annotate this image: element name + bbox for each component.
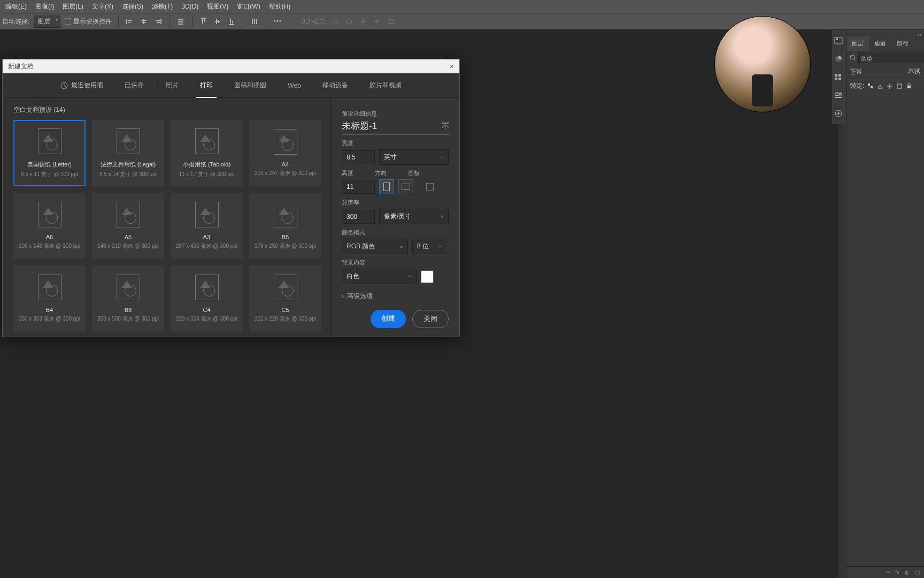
svg-rect-8 xyxy=(157,22,160,23)
tab-recent[interactable]: 最近使用项 xyxy=(50,73,114,98)
lock-position-icon[interactable] xyxy=(887,83,893,89)
align-right-icon[interactable] xyxy=(153,17,163,26)
layer-filter-input[interactable] xyxy=(858,54,924,63)
document-icon xyxy=(195,202,219,227)
dock-libraries-icon[interactable] xyxy=(834,109,844,118)
tab-film[interactable]: 胶片和视频 xyxy=(359,73,412,98)
preset-card[interactable]: B5176 x 250 毫米 @ 300 ppi xyxy=(249,193,321,259)
close-button[interactable]: 关闭 xyxy=(412,310,449,328)
distribute-icon[interactable] xyxy=(250,17,259,26)
menu-layer[interactable]: 图层(L) xyxy=(58,2,88,11)
tab-mobile[interactable]: 移动设备 xyxy=(312,73,359,98)
tab-print[interactable]: 打印 xyxy=(189,73,224,98)
preset-card[interactable]: 美国信纸 (Letter)8.5 x 11 英寸 @ 300 ppi xyxy=(13,120,86,186)
dock-adjustments-icon[interactable] xyxy=(834,91,844,100)
background-swatch[interactable] xyxy=(421,270,434,283)
tab-channels[interactable]: 通道 xyxy=(869,36,891,51)
color-mode-dropdown[interactable]: RGB 颜色⌵ xyxy=(342,239,408,254)
svg-rect-0 xyxy=(126,19,127,24)
layer-mask-icon[interactable]: ◐ xyxy=(905,569,910,575)
menu-select[interactable]: 选择(S) xyxy=(118,2,148,11)
menu-window[interactable]: 窗口(W) xyxy=(233,2,264,11)
bit-depth-dropdown[interactable]: 8 位 xyxy=(412,239,445,254)
tab-saved[interactable]: 已保存 xyxy=(114,73,155,98)
preset-card[interactable]: A5148 x 210 毫米 @ 300 ppi xyxy=(92,193,164,259)
unit-dropdown[interactable]: 英寸 xyxy=(379,149,449,165)
svg-rect-18 xyxy=(229,24,234,25)
menu-view[interactable]: 视图(V) xyxy=(203,2,233,11)
align-left-icon[interactable] xyxy=(125,17,135,26)
save-preset-icon[interactable] xyxy=(441,123,450,130)
new-group-icon[interactable]: ▢ xyxy=(915,569,920,575)
advanced-options-toggle[interactable]: 高级选项 xyxy=(342,292,450,301)
dock-color-icon[interactable] xyxy=(834,55,844,63)
show-transform-checkbox[interactable] xyxy=(65,18,71,25)
layer-style-icon[interactable]: fx xyxy=(895,569,899,575)
orientation-portrait-button[interactable] xyxy=(379,179,394,194)
search-icon[interactable] xyxy=(850,55,856,62)
align-bottom-icon[interactable] xyxy=(227,17,236,26)
svg-rect-46 xyxy=(897,84,902,88)
menu-help[interactable]: 帮助(H) xyxy=(265,2,295,11)
blend-mode-dropdown[interactable]: 正常 xyxy=(850,67,906,77)
align-vcenter-icon[interactable] xyxy=(213,17,222,26)
artboards-checkbox[interactable] xyxy=(426,183,434,191)
menu-edit[interactable]: 编辑(E) xyxy=(1,2,31,11)
svg-rect-5 xyxy=(142,22,145,23)
slide-3d-icon xyxy=(372,17,382,26)
svg-rect-28 xyxy=(836,39,838,40)
zoom-3d-icon xyxy=(386,17,396,26)
link-layers-icon[interactable]: ⚯ xyxy=(886,569,890,575)
preset-card[interactable]: C4229 x 324 毫米 @ 300 ppi xyxy=(171,265,243,332)
menu-image[interactable]: 图像(I) xyxy=(31,2,58,11)
tab-web[interactable]: Web xyxy=(277,73,311,98)
document-icon xyxy=(274,202,297,227)
height-input[interactable] xyxy=(342,180,375,194)
svg-rect-45 xyxy=(871,86,873,88)
close-icon[interactable]: × xyxy=(450,62,454,71)
tab-art[interactable]: 图稿和插图 xyxy=(224,73,277,98)
menu-type[interactable]: 文字(Y) xyxy=(88,2,118,11)
preset-card[interactable]: A4210 x 297 毫米 @ 300 ppi xyxy=(249,120,321,186)
svg-rect-16 xyxy=(216,19,217,24)
tab-photo[interactable]: 照片 xyxy=(155,73,189,98)
svg-point-24 xyxy=(333,19,338,24)
orientation-landscape-button[interactable] xyxy=(398,179,413,194)
tab-layers[interactable]: 图层 xyxy=(846,36,869,51)
menu-filter[interactable]: 滤镜(T) xyxy=(148,2,177,11)
menu-3d[interactable]: 3D(D) xyxy=(177,3,203,10)
preset-card[interactable]: A3297 x 420 毫米 @ 300 ppi xyxy=(171,193,243,259)
auto-select-dropdown[interactable]: 图层 xyxy=(34,16,60,28)
dock-properties-icon[interactable] xyxy=(834,36,844,45)
width-input[interactable] xyxy=(342,150,375,164)
lock-image-icon[interactable] xyxy=(877,83,883,89)
preset-card[interactable]: 法律文件用纸 (Legal)8.5 x 14 英寸 @ 300 ppi xyxy=(92,120,164,186)
more-icon[interactable]: ••• xyxy=(273,17,282,26)
preset-card[interactable]: 小报用纸 (Tabloid)11 x 17 英寸 @ 300 ppi xyxy=(171,120,243,186)
create-button[interactable]: 创建 xyxy=(371,310,406,328)
svg-rect-36 xyxy=(835,97,842,98)
preset-card[interactable]: B4250 x 353 毫米 @ 300 ppi xyxy=(13,265,86,332)
align-top-icon[interactable] xyxy=(199,17,209,26)
lock-transparent-icon[interactable] xyxy=(867,83,874,89)
svg-rect-14 xyxy=(204,19,205,22)
align-hcenter-icon[interactable] xyxy=(139,17,149,26)
svg-rect-47 xyxy=(907,86,911,88)
width-label: 宽度 xyxy=(342,139,450,147)
lock-artboard-icon[interactable] xyxy=(896,83,903,89)
preset-card[interactable]: A6105 x 148 毫米 @ 300 ppi xyxy=(13,193,86,259)
document-icon xyxy=(117,202,140,227)
resolution-unit-dropdown[interactable]: 像素/英寸 xyxy=(379,209,449,224)
preset-card[interactable]: C5162 x 229 毫米 @ 300 ppi xyxy=(249,265,321,332)
resolution-input[interactable] xyxy=(342,210,375,224)
doc-name-input[interactable]: 未标题-1 xyxy=(342,120,377,132)
tab-paths[interactable]: 路径 xyxy=(891,36,914,51)
preset-card[interactable]: B3353 x 500 毫米 @ 300 ppi xyxy=(92,265,164,332)
background-dropdown[interactable]: 白色 xyxy=(342,269,417,284)
svg-rect-26 xyxy=(389,20,394,24)
lock-all-icon[interactable] xyxy=(906,83,912,89)
align-stack-icon[interactable] xyxy=(176,17,186,26)
dialog-titlebar[interactable]: 新建文档 × xyxy=(3,59,459,73)
panel-collapse-icon[interactable]: ‹‹ xyxy=(846,30,924,36)
dock-swatches-icon[interactable] xyxy=(834,73,844,81)
